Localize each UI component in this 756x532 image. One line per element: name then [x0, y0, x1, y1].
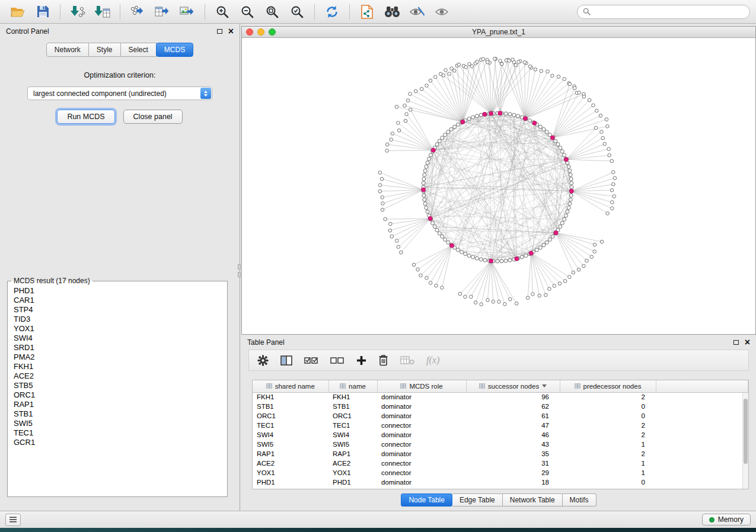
mcds-result-item[interactable]: GCR1 — [14, 438, 221, 447]
column-header-shared-name[interactable]: shared name — [253, 380, 328, 392]
table-header-row: shared name name MCDS role successor nod… — [253, 380, 748, 392]
tab-select[interactable]: Select — [121, 43, 157, 57]
tab-network[interactable]: Network — [46, 43, 89, 57]
application-frame: Control Panel × Network Style Select MCD… — [0, 0, 756, 528]
plus-icon — [356, 355, 366, 366]
mcds-result-item[interactable]: SWI4 — [14, 334, 221, 343]
close-panel-icon[interactable]: × — [228, 28, 234, 35]
delete-table-button[interactable] — [400, 355, 414, 365]
search-input[interactable] — [594, 7, 744, 17]
tab-style[interactable]: Style — [89, 43, 121, 57]
mcds-result-item[interactable]: SRD1 — [14, 343, 221, 352]
column-header-predecessor-nodes[interactable]: predecessor nodes — [560, 380, 656, 392]
mcds-result-item[interactable]: RAP1 — [14, 400, 221, 409]
toggle-graphics-button[interactable] — [405, 2, 429, 21]
mcds-result-item[interactable]: FKH1 — [14, 362, 221, 371]
table-row[interactable]: FKH1FKH1dominator962 — [253, 392, 748, 402]
minimize-window-icon[interactable] — [257, 28, 264, 36]
table-cell: 2 — [560, 449, 656, 459]
refresh-button[interactable] — [320, 2, 344, 21]
table-row[interactable]: PHD1PHD1dominator180 — [253, 477, 748, 487]
table-scrollbar[interactable] — [742, 393, 748, 489]
run-mcds-button[interactable]: Run MCDS — [57, 110, 114, 124]
mcds-result-item[interactable]: ACE2 — [14, 371, 221, 381]
save-icon — [37, 5, 49, 18]
table-row[interactable]: ACE2ACE2connector311 — [253, 459, 748, 468]
table-settings-button[interactable] — [257, 355, 269, 366]
document-share-icon — [361, 5, 373, 19]
tab-motifs[interactable]: Motifs — [563, 493, 596, 507]
export-network-button[interactable] — [126, 2, 149, 21]
table-row[interactable]: SWI5SWI5connector431 — [253, 440, 748, 449]
mcds-result-item[interactable]: CAR1 — [14, 296, 221, 305]
toolbar-separator — [314, 4, 315, 20]
table-row[interactable]: TEC1TEC1connector472 — [253, 421, 748, 430]
mcds-result-item[interactable]: STP4 — [14, 305, 221, 315]
table-cell: STB1 — [253, 402, 328, 411]
table-cell: FKH1 — [253, 392, 328, 402]
table-row[interactable]: STB1STB1dominator620 — [253, 402, 748, 411]
close-panel-button[interactable]: Close panel — [123, 110, 183, 124]
export-image-icon — [180, 5, 195, 18]
table-row[interactable]: ORC1ORC1dominator610 — [253, 411, 748, 421]
memory-button[interactable]: Memory — [702, 514, 751, 525]
tab-mcds[interactable]: MCDS — [156, 43, 193, 57]
mcds-result-item[interactable]: ORC1 — [14, 390, 221, 400]
table-cell: 0 — [560, 402, 656, 411]
close-table-panel-icon[interactable]: × — [745, 339, 750, 346]
status-menu-button[interactable] — [5, 514, 21, 526]
float-panel-icon[interactable] — [217, 29, 222, 34]
tab-network-table[interactable]: Network Table — [503, 493, 563, 507]
deselect-all-button[interactable] — [330, 355, 344, 366]
import-table-button[interactable] — [91, 2, 114, 21]
import-network-button[interactable] — [66, 2, 90, 21]
show-graphics-button[interactable] — [430, 2, 454, 21]
splitter-handle[interactable] — [238, 264, 241, 277]
open-file-button[interactable] — [6, 2, 30, 21]
mcds-result-item[interactable]: PMA2 — [14, 352, 221, 362]
scrollbar-thumb[interactable] — [744, 399, 748, 464]
table-cell: 47 — [466, 421, 560, 430]
table-row[interactable]: RAP1RAP1dominator352 — [253, 449, 748, 459]
maximize-window-icon[interactable] — [269, 28, 276, 36]
show-columns-button[interactable] — [280, 355, 292, 366]
add-column-button[interactable] — [356, 355, 366, 366]
zoom-out-button[interactable] — [235, 2, 259, 21]
zoom-in-button[interactable] — [210, 2, 234, 21]
control-panel: Control Panel × Network Style Select MCD… — [0, 24, 240, 511]
tab-node-table[interactable]: Node Table — [401, 493, 452, 507]
find-button[interactable] — [380, 2, 404, 21]
zoom-selected-button[interactable] — [285, 2, 309, 21]
delete-column-button[interactable] — [378, 354, 388, 366]
mcds-result-item[interactable]: TEC1 — [14, 428, 221, 438]
mcds-result-item[interactable]: SWI5 — [14, 419, 221, 428]
close-window-icon[interactable] — [246, 28, 253, 36]
mcds-result-item[interactable]: PHD1 — [14, 286, 221, 296]
network-graph[interactable] — [242, 38, 755, 334]
column-header-mcds-role[interactable]: MCDS role — [377, 380, 466, 392]
network-canvas[interactable] — [242, 38, 755, 334]
mcds-result-item[interactable]: STB5 — [14, 381, 221, 390]
table-cell-filler — [656, 402, 748, 411]
float-table-panel-icon[interactable] — [733, 340, 739, 345]
export-table-button[interactable] — [151, 2, 174, 21]
mcds-result-item[interactable]: STB1 — [14, 409, 221, 419]
tab-edge-table[interactable]: Edge Table — [452, 493, 503, 507]
select-all-button[interactable] — [304, 355, 318, 366]
export-image-button[interactable] — [176, 2, 199, 21]
table-row[interactable]: SWI4SWI4dominator462 — [253, 430, 748, 440]
table-cell-filler — [656, 440, 748, 449]
mcds-result-item[interactable]: YOX1 — [14, 324, 221, 334]
refresh-icon — [325, 5, 339, 19]
column-header-successor-nodes[interactable]: successor nodes — [466, 380, 560, 392]
column-header-name[interactable]: name — [328, 380, 377, 392]
table-row[interactable]: YOX1YOX1connector291 — [253, 468, 748, 477]
zoom-fit-button[interactable] — [260, 2, 284, 21]
table-cell: dominator — [377, 392, 466, 402]
table-panel-header: Table Panel × — [241, 335, 756, 348]
criterion-select[interactable]: largest connected component (undirected) — [27, 86, 212, 100]
function-builder-button[interactable]: f(x) — [426, 355, 439, 366]
save-button[interactable] — [31, 2, 55, 21]
clone-network-button[interactable] — [355, 2, 379, 21]
mcds-result-item[interactable]: TID3 — [14, 315, 221, 324]
